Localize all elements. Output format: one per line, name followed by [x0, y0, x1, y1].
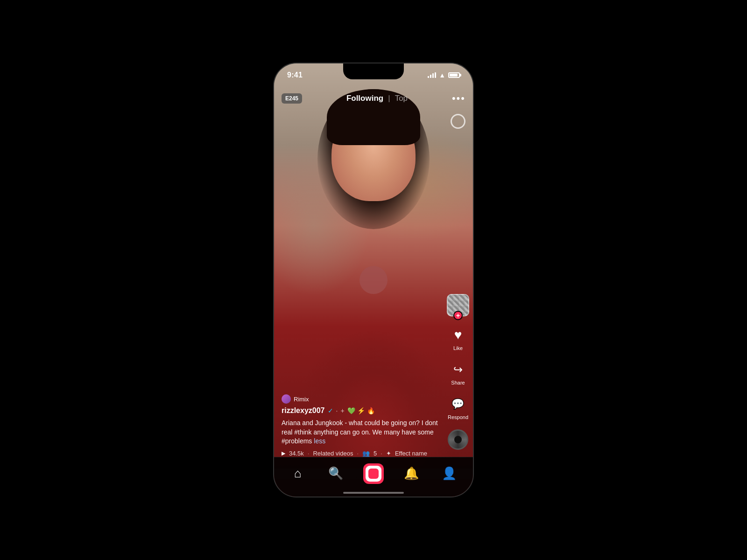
- tap-area-circle[interactable]: [359, 266, 388, 294]
- heart-icon: ♥: [449, 326, 467, 344]
- home-icon: ⌂: [294, 466, 302, 481]
- right-sidebar: + ♥ Like ↪ Share 💬 Respond: [447, 294, 469, 450]
- emoji-bolt: ⚡: [357, 407, 365, 414]
- meta-sep-1: ·: [308, 450, 310, 457]
- inbox-icon: 🔔: [404, 466, 419, 481]
- like-label: Like: [453, 345, 463, 351]
- battery-icon: [448, 72, 460, 78]
- nav-home[interactable]: ⌂: [279, 466, 317, 481]
- rimix-tag: Rimix: [282, 394, 443, 404]
- related-videos-link[interactable]: Related videos: [313, 450, 353, 457]
- record-button[interactable]: [361, 465, 386, 482]
- share-action[interactable]: ↪ Share: [449, 360, 467, 385]
- meta-sep-3: ·: [381, 450, 382, 457]
- signal-icon: [428, 72, 436, 78]
- respond-action[interactable]: 💬 Respond: [448, 395, 468, 420]
- emoji-icons: 💚 ⚡ 🔥: [347, 407, 375, 414]
- nav-inbox[interactable]: 🔔: [393, 466, 430, 481]
- meta-sep-2: ·: [357, 450, 359, 457]
- rimix-label: Rimix: [294, 396, 309, 403]
- music-disc-inner: [454, 436, 462, 443]
- video-info: Rimix rizzlexyz007 ✓ · + 💚 ⚡ 🔥 Ariana an…: [282, 394, 443, 457]
- nav-create[interactable]: [354, 465, 392, 482]
- nav-profile[interactable]: 👤: [430, 466, 468, 481]
- nav-tabs: Following | Top: [346, 94, 408, 103]
- verified-badge: ✓: [328, 407, 333, 414]
- top-navigation: E245 Following | Top •••: [274, 87, 473, 110]
- view-count: 34.5k: [289, 450, 304, 457]
- username[interactable]: rizzlexyz007: [282, 406, 325, 415]
- effect-icon: ✦: [386, 450, 391, 457]
- record-outer: [363, 463, 384, 484]
- plus-follow[interactable]: +: [340, 407, 344, 414]
- music-disc[interactable]: [448, 429, 468, 450]
- video-caption: Ariana and Jungkook - what could be goin…: [282, 419, 443, 446]
- meta-row: ▶ 34.5k · Related videos · 👥 5 · ✦ Effec…: [282, 450, 443, 457]
- caption-less-button[interactable]: less: [314, 437, 325, 445]
- username-row: rizzlexyz007 ✓ · + 💚 ⚡ 🔥: [282, 406, 443, 415]
- caption-main: Ariana and Jungkook - what could be goin…: [282, 419, 438, 445]
- share-icon: ↪: [449, 360, 467, 379]
- respond-icon: 💬: [449, 395, 467, 413]
- notch: [343, 63, 404, 79]
- phone-frame: 9:41 ▲ E245 Following |: [273, 63, 474, 497]
- record-inner-dot: [368, 469, 379, 479]
- participants-count: 5: [374, 450, 377, 457]
- nav-search[interactable]: 🔍: [317, 466, 354, 481]
- badge-e245: E245: [282, 93, 302, 104]
- more-options-button[interactable]: •••: [452, 93, 465, 104]
- like-action[interactable]: ♥ Like: [449, 326, 467, 351]
- nav-divider: |: [388, 94, 390, 103]
- emoji-heart: 💚: [347, 407, 355, 414]
- search-icon: 🔍: [328, 466, 343, 481]
- top-tab[interactable]: Top: [395, 94, 408, 103]
- circle-progress-indicator: [451, 114, 465, 129]
- status-time: 9:41: [287, 71, 303, 79]
- dot-separator: ·: [336, 407, 338, 414]
- status-icons: ▲: [428, 71, 460, 79]
- effect-name-link[interactable]: Effect name: [395, 450, 427, 457]
- emoji-fire: 🔥: [367, 407, 375, 414]
- respond-label: Respond: [448, 414, 468, 420]
- follow-plus-button[interactable]: +: [453, 311, 463, 320]
- profile-icon: 👤: [442, 466, 457, 481]
- home-indicator: [343, 492, 404, 494]
- participants-icon: 👥: [362, 450, 370, 457]
- battery-fill: [450, 74, 458, 77]
- creator-avatar-container[interactable]: +: [447, 294, 469, 316]
- share-label: Share: [451, 380, 465, 385]
- following-tab[interactable]: Following: [346, 94, 383, 103]
- wifi-icon: ▲: [439, 71, 445, 79]
- play-icon: ▶: [282, 450, 285, 456]
- record-middle: [366, 466, 381, 482]
- bottom-navigation: ⌂ 🔍 🔔 👤: [274, 457, 473, 497]
- rimix-icon: [282, 394, 291, 404]
